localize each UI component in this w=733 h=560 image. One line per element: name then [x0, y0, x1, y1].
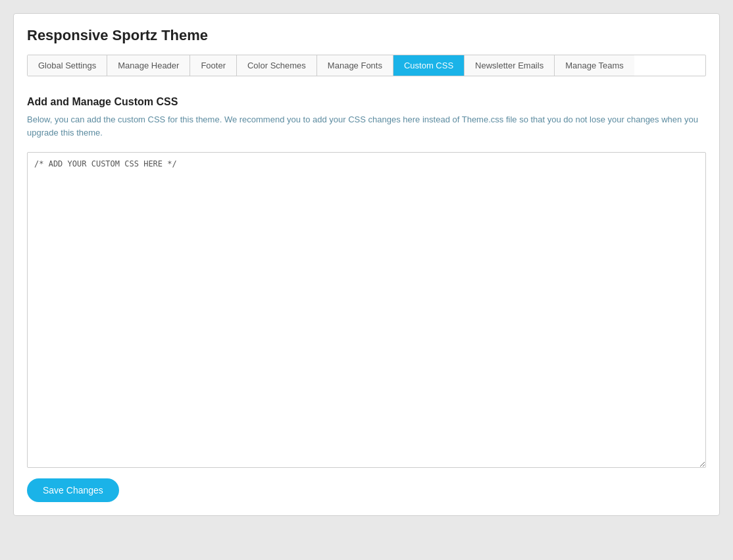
tab-newsletter-emails[interactable]: Newsletter Emails — [465, 55, 555, 76]
save-changes-button[interactable]: Save Changes — [27, 478, 119, 502]
tab-manage-fonts[interactable]: Manage Fonts — [317, 55, 393, 76]
tab-color-schemes[interactable]: Color Schemes — [237, 55, 317, 76]
content-section: Add and Manage Custom CSS Below, you can… — [27, 89, 706, 502]
tabs-container: Global Settings Manage Header Footer Col… — [27, 55, 706, 76]
section-title: Add and Manage Custom CSS — [27, 96, 706, 108]
tab-global-settings[interactable]: Global Settings — [28, 55, 107, 76]
section-description: Below, you can add the custom CSS for th… — [27, 113, 706, 139]
tab-manage-header[interactable]: Manage Header — [107, 55, 190, 76]
css-textarea[interactable] — [27, 152, 706, 468]
main-container: Responsive Sportz Theme Global Settings … — [13, 13, 720, 516]
tab-manage-teams[interactable]: Manage Teams — [555, 55, 634, 76]
tab-custom-css[interactable]: Custom CSS — [393, 55, 465, 76]
tab-footer[interactable]: Footer — [190, 55, 237, 76]
page-title: Responsive Sportz Theme — [27, 27, 706, 44]
